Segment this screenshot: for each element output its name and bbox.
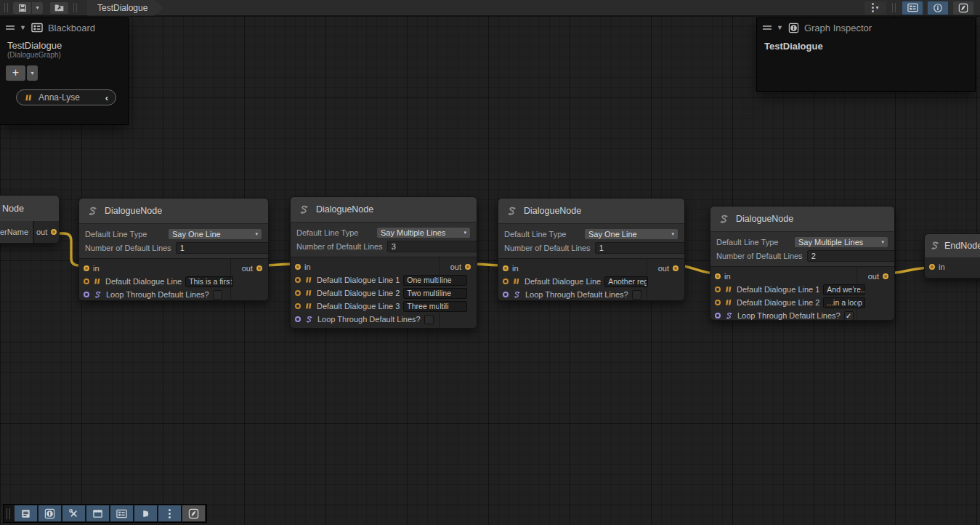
line-type-dropdown[interactable]: Say One Line ▾ [584,228,679,240]
toggle-preview-button[interactable] [952,1,974,15]
out-port[interactable] [673,265,679,271]
line-count-field[interactable]: 1 [176,242,269,254]
inspector-header[interactable]: ▼ Graph Inspector [757,18,975,37]
dialogue-line-port[interactable] [295,277,301,283]
node-title-bar[interactable]: DialogueNode [498,199,684,223]
in-port[interactable] [715,273,721,279]
node-title-bar[interactable]: DialogueNode [79,199,268,223]
toolbar-drag-handle[interactable] [892,3,896,12]
collapse-arrow-icon[interactable]: ▼ [20,24,26,31]
save-dropdown-button[interactable]: ▾ [32,1,44,15]
graph-tab[interactable]: TestDialogue [87,0,163,16]
loop-port[interactable] [84,292,89,297]
blackboard-property-pill[interactable]: Anna-Lyse ‹ [16,89,116,105]
blackboard-graph-name: TestDialogue [0,37,128,51]
dialogue-line-field[interactable]: Another regu [604,276,648,287]
node-properties: Default Line Type Say One Line ▾ Number … [498,223,684,259]
tools-icon [68,508,79,519]
loop-checkbox[interactable]: ✓ [844,311,854,321]
loop-checkbox[interactable] [632,290,641,300]
out-port[interactable] [465,264,471,270]
blackboard-header[interactable]: ▼ Blackboard [0,18,128,37]
dialogue-line-port[interactable] [715,286,721,292]
in-port[interactable] [929,264,935,270]
more-options-button[interactable] [158,505,181,521]
line-count-label: Number of Default Lines [504,244,591,252]
drag-handle-icon[interactable] [763,25,772,30]
loop-port[interactable] [503,292,509,297]
options-menu-button[interactable]: ▾ [864,1,886,15]
node-title-bar[interactable]: Node [0,196,59,221]
node-title-bar[interactable]: DialogueNode [710,207,894,231]
kebab-icon [169,509,171,518]
line-type-dropdown[interactable]: Say Multiple Lines ▾ [794,236,888,248]
chevron-down-icon: ▾ [255,231,258,237]
out-port[interactable] [883,273,888,279]
node-title: DialogueNode [736,214,793,224]
loop-port[interactable] [295,316,301,322]
document-icon [20,508,31,519]
out-port[interactable] [51,229,57,235]
chevron-down-icon: ▾ [36,4,39,11]
inspector-graph-name: TestDialogue [757,37,975,55]
in-port-label: in [724,272,731,281]
top-toolbar: ▾ TestDialogue ▾ [0,0,980,16]
node-title-bar[interactable]: DialogueNode [291,197,477,222]
collapse-arrow-icon[interactable]: ▼ [777,24,783,31]
window-button[interactable] [86,505,109,521]
loop-checkbox[interactable] [213,290,222,300]
loop-label: Loop Through Default Lines? [317,315,421,324]
toggle-blackboard-button[interactable] [902,1,923,15]
node-title-bar[interactable]: EndNode [925,234,980,257]
quote-icon [304,302,313,310]
console-panel-button[interactable] [15,505,37,521]
loop-checkbox[interactable] [424,315,434,324]
dialogue-line-port[interactable] [295,290,301,296]
toolbar-drag-handle[interactable] [7,508,10,519]
dialogue-line-port[interactable] [715,300,721,305]
dialogue-node-3[interactable]: DialogueNode Default Line Type Say One L… [498,198,685,301]
out-port[interactable] [256,265,262,271]
dialogue-node-icon [929,240,941,252]
dialogue-line-field[interactable]: This is a first [185,276,233,287]
end-node[interactable]: EndNode in [924,233,980,278]
toolbar-drag-handle[interactable] [73,3,77,12]
node-properties: Default Line Type Say Multiple Lines ▾ N… [710,231,894,267]
line-type-dropdown[interactable]: Say Multiple Lines ▾ [376,227,471,239]
dialogue-line-port[interactable] [295,303,301,309]
minimap-button[interactable] [134,505,157,521]
add-property-dropdown-button[interactable]: ▾ [27,65,38,81]
line-count-field[interactable]: 3 [387,241,477,252]
dialogue-node-1[interactable]: DialogueNode Default Line Type Say One L… [78,198,269,301]
node-properties: Default Line Type Say One Line ▾ Number … [79,223,268,259]
line-count-label: Number of Default Lines [296,242,383,251]
info-panel-button[interactable] [39,505,61,521]
quill-panel-button[interactable] [182,505,205,521]
collapse-chevron-icon[interactable]: ‹ [105,92,108,103]
line-type-dropdown[interactable]: Say One Line ▾ [168,228,262,240]
drag-handle-icon[interactable] [6,25,15,30]
toggle-inspector-button[interactable] [927,1,949,15]
in-port[interactable] [295,264,301,270]
quote-icon [24,93,33,103]
in-port[interactable] [503,265,509,271]
start-node[interactable]: Node kerName out [0,195,60,244]
line-count-field[interactable]: 2 [807,250,895,262]
out-port-label: out [868,272,879,281]
speaker-name-dropdown[interactable]: kerName [0,221,34,243]
dialogue-line-port[interactable] [503,278,509,284]
dialogue-node-4[interactable]: DialogueNode Default Line Type Say Multi… [710,206,895,321]
open-asset-button[interactable] [49,1,69,15]
tools-button[interactable] [62,505,85,521]
save-button[interactable] [12,1,32,15]
dialogue-node-2[interactable]: DialogueNode Default Line Type Say Multi… [290,196,477,329]
in-port[interactable] [84,265,89,271]
dialogue-line-port[interactable] [84,278,89,284]
blackboard-toggle-button[interactable] [110,505,133,521]
toolbar-drag-handle[interactable] [4,3,8,12]
loop-port[interactable] [715,313,721,318]
add-property-button[interactable]: + [6,65,25,81]
line-count-field[interactable]: 1 [595,242,685,254]
bottom-toolbar [3,504,207,523]
input-ports: in Default Dialogue Line 1 And we're... … [710,267,857,321]
